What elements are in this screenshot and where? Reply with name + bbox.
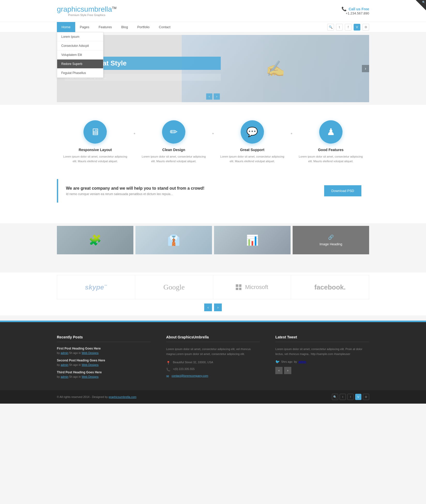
logo: graphicsumbrellaTM Premium Style Free Gr… xyxy=(57,5,117,17)
dropdown-item-5[interactable]: Feguiat Phasellus xyxy=(57,69,103,78)
portfolio-item-2[interactable]: 👔 xyxy=(135,226,212,254)
nav-pages[interactable]: Pages xyxy=(75,22,94,32)
tweet-nav-prev[interactable]: ‹ xyxy=(275,367,283,374)
footer-post-meta-3: by admin 5h ago in Web Designs xyxy=(57,375,151,378)
nav-home[interactable]: Home xyxy=(57,22,75,32)
brands-nav: ‹ › xyxy=(57,299,369,315)
phone-icon: 📞 xyxy=(166,368,170,372)
brands-next-button[interactable]: › xyxy=(214,303,222,311)
logo-sub: Premium Style Free Graphics xyxy=(57,13,117,17)
location-icon: 📍 xyxy=(166,361,170,365)
separator-3: • xyxy=(291,120,292,137)
footer-tweet-nav: ‹ › xyxy=(275,367,369,374)
footer-social-search[interactable]: 🔍 xyxy=(332,394,338,400)
dropdown-item-4[interactable]: Redore Superb xyxy=(57,60,103,69)
feature-title-3: Great Support xyxy=(219,148,286,152)
social-icon-facebook[interactable]: f xyxy=(345,24,352,31)
hero-arrow-right[interactable]: › xyxy=(362,65,369,72)
tweet-time: 5hrs ago xyxy=(281,360,292,363)
ms-cell-4 xyxy=(239,288,242,290)
nav-portfolio[interactable]: Portfolio xyxy=(133,22,154,32)
portfolio-item-3[interactable]: 📊 xyxy=(214,226,291,254)
logo-accent: umbrella xyxy=(84,5,112,13)
download-psd-button[interactable]: Download PSD xyxy=(324,185,361,196)
header-contact: 📞 Call us Free +1.234.567.890 xyxy=(341,6,369,15)
footer-post-meta-2: by admin 5h ago in Web Designs xyxy=(57,363,151,366)
pencil-icon: ✏ xyxy=(170,127,178,137)
feature-desc-4: Lorem ipsum dolor sit amet, consectetur … xyxy=(298,154,364,164)
dropdown-item-2[interactable]: Consectutor Adscpit xyxy=(57,41,103,50)
feature-desc-1: Lorem ipsum dolor sit amet, consectetur … xyxy=(62,154,128,164)
social-icon-settings[interactable]: ⚙ xyxy=(362,24,369,31)
dropdown-item-3[interactable]: Voluptatem Elit xyxy=(57,50,103,60)
chess-icon: ♟ xyxy=(327,127,335,137)
nav-contact[interactable]: Contact xyxy=(154,22,175,32)
footer-tweet-meta: 🐦 5hrs ago by admin xyxy=(275,360,369,364)
feature-features: ♟ Good Features Lorem ipsum dolor sit am… xyxy=(292,120,369,164)
footer-social-twitter[interactable]: t xyxy=(340,394,346,400)
footer-link[interactable]: graphicsumbrella.com xyxy=(109,395,136,398)
footer-tweet-text: Lorem ipsum dolor sit amet, consectetur … xyxy=(275,347,369,356)
footer-address: 📍 Beautiful Street 32, 33000, USA xyxy=(166,361,260,365)
tweet-nav-next[interactable]: › xyxy=(284,367,291,374)
microsoft-logo: Microsoft xyxy=(236,284,268,291)
skype-logo: skype™ xyxy=(85,283,107,291)
brand-facebook: facebook. xyxy=(291,275,369,299)
hero-dot-prev[interactable]: ‹ xyxy=(206,93,212,100)
social-icon-vimeo[interactable]: V xyxy=(354,24,360,31)
feature-circle-3: 💬 xyxy=(241,120,264,144)
nav-social-icons: 🔍 t f V ⚙ xyxy=(327,22,369,32)
footer-post-meta-1: by admin 5h ago in Web Designs xyxy=(57,351,151,354)
footer-social-vimeo[interactable]: V xyxy=(355,394,361,400)
portfolio-item-4[interactable]: 🔗 Image Heading xyxy=(293,226,369,254)
footer-post-category-1[interactable]: Web Designs xyxy=(82,351,98,354)
footer-post-category-3[interactable]: Web Designs xyxy=(82,375,98,378)
footer-posts-title: Recently Posts xyxy=(57,335,151,342)
hero-dots: ‹ › xyxy=(206,93,220,100)
social-icon-search[interactable]: 🔍 xyxy=(327,24,334,31)
footer-tweet: Latest Tweet Lorem ipsum dolor sit amet,… xyxy=(275,335,369,382)
footer-post-category-2[interactable]: Web Designs xyxy=(82,363,98,366)
brand-skype: skype™ xyxy=(57,275,135,299)
separator-1: • xyxy=(134,120,135,137)
footer-about-title: About GraphicsUmbrella xyxy=(166,335,260,342)
footer-post-author-3[interactable]: admin xyxy=(61,375,69,378)
dropdown-menu: Lorem Ipsum Consectutor Adscpit Voluptat… xyxy=(57,32,103,78)
nav-blog[interactable]: Blog xyxy=(117,22,133,32)
brands-section: skype™ Google Microsoft facebook. xyxy=(57,275,369,299)
nav-features[interactable]: Features xyxy=(94,22,117,32)
brands-prev-button[interactable]: ‹ xyxy=(204,303,212,311)
footer-phone-text: +(0) 223.335.555 xyxy=(173,367,195,370)
ms-grid-icon xyxy=(236,284,241,290)
cta-title: We are great company and we will help yo… xyxy=(66,186,204,191)
footer-post-title-2: Second Post Heading Goes Here xyxy=(57,359,151,362)
portfolio-image-3: 📊 xyxy=(214,226,291,254)
features-section: 🖥 Responsive Layout Lorem ipsum dolor si… xyxy=(0,105,426,179)
footer-post-author-1[interactable]: admin xyxy=(61,351,69,354)
social-icon-twitter[interactable]: t xyxy=(336,24,343,31)
header: graphicsumbrellaTM Premium Style Free Gr… xyxy=(0,0,426,22)
hero-dot-next[interactable]: › xyxy=(214,93,220,100)
email-icon: ✉ xyxy=(166,374,169,378)
footer-post-author-2[interactable]: admin xyxy=(61,363,69,366)
footer-social-settings[interactable]: ⚙ xyxy=(363,394,369,400)
facebook-logo: facebook. xyxy=(314,283,346,291)
footer-address-text: Beautiful Street 32, 33000, USA xyxy=(173,361,213,364)
brand-google: Google xyxy=(135,275,213,299)
feature-desc-2: Lorem ipsum dolor sit amet, consectetur … xyxy=(141,154,207,164)
dropdown-item-1[interactable]: Lorem Ipsum xyxy=(57,32,103,41)
tweet-author[interactable]: admin xyxy=(299,360,306,363)
footer-about: About GraphicsUmbrella Lorem ipsum dolor… xyxy=(166,335,260,382)
feature-title-1: Responsive Layout xyxy=(62,148,128,152)
feature-title-4: Good Features xyxy=(298,148,364,152)
feature-circle-1: 🖥 xyxy=(83,120,107,144)
footer-post-2: Second Post Heading Goes Here by admin 5… xyxy=(57,359,151,366)
footer-social-facebook[interactable]: f xyxy=(347,394,354,400)
portfolio-image-4: 🔗 Image Heading xyxy=(293,226,369,254)
footer-post-title-1: First Post Heading Goes Here xyxy=(57,347,151,350)
portfolio-item-1[interactable]: 🧩 xyxy=(57,226,133,254)
portfolio-section: 🧩 👔 📊 🔗 Image Heading xyxy=(57,226,369,254)
ms-cell-3 xyxy=(236,288,238,290)
link-icon: 🔗 xyxy=(328,234,334,240)
microsoft-text: Microsoft xyxy=(245,284,268,291)
